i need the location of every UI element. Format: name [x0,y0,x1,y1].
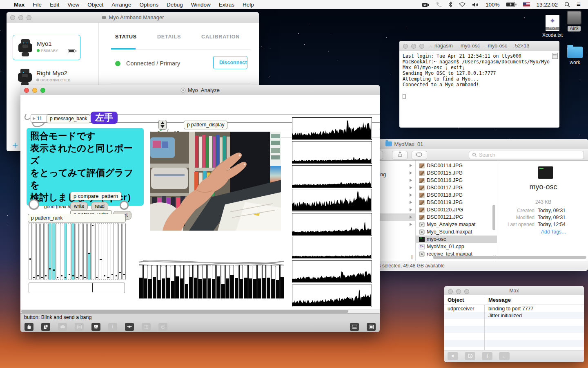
zoom-icon[interactable] [27,15,31,20]
window-controls[interactable] [24,88,45,93]
vertical-scrollbar[interactable] [492,205,495,230]
disconnect-button[interactable]: Disconnect [213,56,247,69]
close-icon[interactable] [403,44,408,49]
bang-button[interactable] [120,201,129,210]
minimize-icon[interactable] [18,15,23,20]
split-window-icon[interactable] [350,323,359,331]
menubar-menu[interactable]: File [29,2,46,8]
bank-slider[interactable] [239,265,243,298]
console-titlebar[interactable]: Max [444,286,584,295]
clock-button[interactable] [465,352,475,360]
armband-titlebar[interactable]: Myo Armband Manager [7,12,259,22]
multislider-slider[interactable] [122,223,126,280]
column-resize-handle[interactable]: || [411,255,414,259]
dial-icon[interactable] [158,323,167,331]
bank-slider[interactable] [148,265,152,298]
horizontal-scrollbar[interactable] [433,256,586,259]
bank-slider[interactable] [175,265,179,298]
file-row[interactable]: DSC00118.JPG [416,191,497,199]
multislider-slider[interactable] [83,223,87,280]
menubar-menu[interactable]: Debug [163,2,187,8]
new-object-icon[interactable] [41,323,50,331]
menubar-menu[interactable]: Options [135,2,163,8]
bank-slider[interactable] [153,265,157,298]
multislider-slider[interactable] [52,223,55,280]
multislider-slider[interactable] [33,223,36,280]
device-card-myo1[interactable]: Myo1 PRIMARY [13,35,80,60]
search-input[interactable] [469,151,584,159]
menubar-menu[interactable]: Window [187,2,215,8]
multislider-slider[interactable] [111,223,114,280]
object-box-message-bank[interactable]: p message_bank [47,114,90,123]
close-icon[interactable] [10,15,15,20]
bank-slider[interactable] [225,265,229,298]
bank-slider[interactable] [203,265,207,298]
file-row[interactable]: MyoMax_01.cpp [416,243,497,250]
bluetooth-icon[interactable] [448,2,452,7]
patch-cord-icon[interactable] [125,323,134,331]
file-row[interactable]: Myo_Sound.maxpat [416,228,497,236]
console-row[interactable]: udpreceiver binding to port 7777 [444,305,584,312]
terminal-page-icon[interactable] [552,53,558,59]
multislider-slider[interactable] [99,223,102,280]
multislider-slider[interactable] [36,223,40,280]
menubar-menu[interactable]: Extras [215,2,238,8]
bank-slider[interactable] [262,265,266,298]
bank-slider[interactable] [166,265,170,298]
bank-slider[interactable] [185,265,189,298]
multislider-slider[interactable] [115,223,118,280]
bank-slider[interactable] [162,265,166,298]
minimize-icon[interactable] [456,289,461,294]
object-box-pattern-rank[interactable]: p pattern_rank [28,214,126,222]
multislider-slider[interactable] [95,223,98,280]
us-flag-icon[interactable] [523,2,530,7]
multislider-slider[interactable] [64,223,67,280]
multislider-slider[interactable] [80,223,83,280]
presentation-mode-icon[interactable] [91,323,100,331]
info-icon[interactable]: i [108,323,117,331]
bank-slider[interactable] [139,265,143,298]
multislider-slider[interactable] [56,223,59,280]
multislider-slider[interactable] [71,223,75,280]
minimize-icon[interactable] [411,44,416,49]
bank-slider[interactable] [194,265,198,298]
multislider-slider[interactable] [44,223,47,280]
multislider-slider[interactable] [87,223,91,280]
menubar-menu[interactable]: Edit [46,2,63,8]
minimize-icon[interactable] [32,88,37,93]
bank-slider[interactable] [171,265,175,298]
bank-slider[interactable] [280,265,284,298]
multislider-slider[interactable] [107,223,110,280]
multislider-slider[interactable] [103,223,106,280]
tab-status[interactable]: STATUS [115,34,137,40]
multislider-slider[interactable] [60,223,63,280]
column-divider[interactable] [498,161,498,261]
menubar-menu[interactable]: Help [238,2,258,8]
file-row[interactable]: DSC00120.JPG [416,206,497,213]
multislider-slider[interactable] [40,223,44,280]
zoom-icon[interactable] [40,88,45,93]
bank-slider[interactable] [221,265,225,298]
multislider-slider[interactable] [48,223,51,280]
patcher-scrollbar[interactable] [20,309,380,313]
emg-slider-bank[interactable] [139,265,284,298]
write-message-box[interactable]: write [70,202,88,211]
add-device-button[interactable]: + [12,139,18,151]
bank-slider[interactable] [207,265,212,298]
bank-slider[interactable] [230,265,234,298]
desktop-icon-air3-drive[interactable]: Air3 [565,11,583,31]
bank-slider[interactable] [180,265,184,298]
bank-slider[interactable] [157,265,161,298]
increment-decrement-stepper[interactable] [158,120,167,130]
bank-slider[interactable] [276,265,280,298]
tab-calibration[interactable]: CALIBRATION [201,34,240,40]
bank-slider[interactable] [257,265,261,298]
zoom-icon[interactable] [464,289,469,294]
menubar-clock[interactable]: 13:22:02 [537,2,558,8]
column-header-object[interactable]: Object [444,295,484,305]
file-row[interactable]: DSC00121.JPG [416,213,497,221]
object-box-pattern-display[interactable]: p pattern_display [184,121,227,129]
read-message-box[interactable]: read [91,202,108,211]
object-box-compare-pattern[interactable]: p compare_pattern [70,192,121,200]
multislider-slider[interactable] [118,223,122,280]
